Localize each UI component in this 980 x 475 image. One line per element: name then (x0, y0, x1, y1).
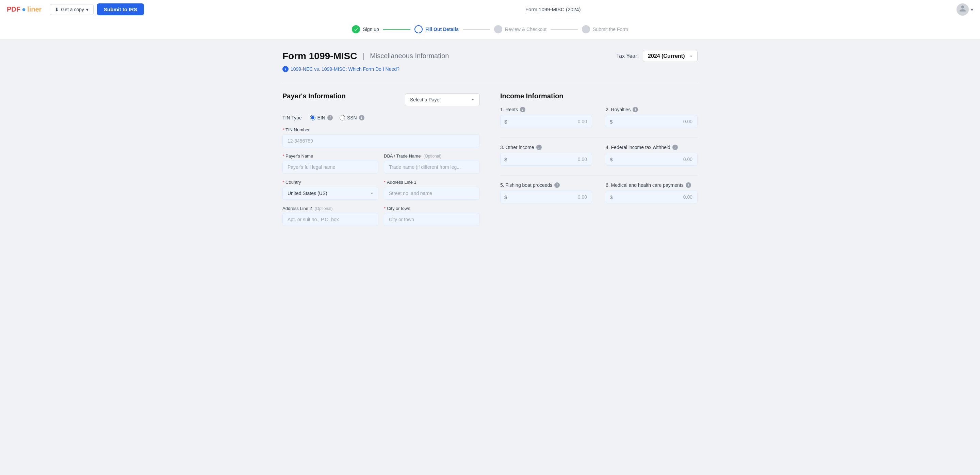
income-field-royalties: 2. Royalties i $ (606, 107, 698, 128)
payer-name-field: * Payer's Name (282, 154, 379, 173)
tin-type-row: TIN Type EIN i SSN i (282, 115, 480, 121)
royalties-input[interactable] (606, 115, 698, 128)
tax-year-group: Tax Year: 2024 (Current) 2023 2022 (616, 50, 698, 62)
income-grid-3: 5. Fishing boat proceeds i $ 6. Medical … (500, 183, 698, 210)
payer-select[interactable]: Select a Payer (405, 93, 480, 106)
form-header: Form 1099-MISC | Miscellaneous Informati… (282, 50, 698, 62)
step-signup-label: Sign up (363, 27, 379, 32)
avatar-icon (959, 5, 966, 14)
chevron-down-icon: ▾ (971, 7, 973, 12)
address1-input[interactable] (384, 187, 480, 200)
income-field-other: 3. Other income i $ (500, 145, 592, 166)
header-form-title: Form 1099-MISC (2024) (150, 6, 956, 12)
form-title: Form 1099-MISC (282, 51, 357, 62)
income-section: Income Information 1. Rents i $ 2. Royal… (500, 92, 698, 232)
tin-radio-group: EIN i SSN i (310, 115, 364, 121)
form-divider-line (282, 82, 698, 82)
fishing-info-icon[interactable]: i (554, 183, 560, 188)
tax-year-select[interactable]: 2024 (Current) 2023 2022 (643, 50, 698, 62)
income-field-fishing: 5. Fishing boat proceeds i $ (500, 183, 592, 203)
step-fill-label: Fill Out Details (425, 27, 459, 32)
ssn-radio-item[interactable]: SSN i (340, 115, 364, 121)
medical-info-icon[interactable]: i (686, 183, 691, 188)
step-submit-circle (582, 25, 590, 33)
header: PDF ● liner ⬇ Get a copy ▾ Submit to IRS… (0, 0, 980, 19)
step-line-3 (550, 29, 578, 30)
income-grid-2: 3. Other income i $ 4. Federal income ta… (500, 145, 698, 173)
download-icon: ⬇ (55, 7, 59, 12)
step-fill: Fill Out Details (414, 25, 459, 33)
logo-liner: liner (27, 5, 41, 13)
main-content: Form 1099-MISC | Miscellaneous Informati… (269, 40, 711, 253)
ssn-label: SSN (347, 115, 357, 121)
ssn-radio[interactable] (340, 115, 345, 121)
ssn-info-icon[interactable]: i (359, 115, 364, 121)
tin-type-label: TIN Type (282, 115, 302, 121)
ein-info-icon[interactable]: i (327, 115, 333, 121)
payer-section-title: Payer's Information (282, 92, 346, 100)
help-link-text: 1099-NEC vs. 1099-MISC: Which Form Do I … (291, 66, 399, 72)
form-title-group: Form 1099-MISC | Miscellaneous Informati… (282, 51, 449, 62)
payer-name-input[interactable] (282, 160, 379, 173)
income-field-federal: 4. Federal income tax withheld i $ (606, 145, 698, 166)
chevron-down-icon: ▾ (86, 7, 89, 12)
name-dba-row: * Payer's Name DBA / Trade Name (Optiona… (282, 154, 480, 180)
tin-number-input[interactable] (282, 134, 480, 147)
address2-input[interactable] (282, 213, 379, 226)
dba-input[interactable] (384, 160, 480, 173)
payer-select-row: Payer's Information Select a Payer (282, 92, 480, 107)
rents-info-icon[interactable]: i (520, 107, 525, 112)
income-field-rents: 1. Rents i $ (500, 107, 592, 128)
country-field: * Country United States (US) (282, 180, 379, 200)
royalties-info-icon[interactable]: i (633, 107, 638, 112)
medical-input[interactable] (606, 191, 698, 203)
step-fill-circle (414, 25, 423, 33)
help-link[interactable]: i 1099-NEC vs. 1099-MISC: Which Form Do … (282, 66, 698, 72)
federal-info-icon[interactable]: i (672, 145, 678, 150)
address1-field: * Address Line 1 (384, 180, 480, 200)
step-signup-circle (352, 25, 360, 33)
income-divider-2 (500, 175, 698, 176)
other-income-input[interactable] (500, 153, 592, 166)
country-address1-row: * Country United States (US) * Address L… (282, 180, 480, 206)
step-submit-label: Submit the Form (593, 27, 628, 32)
get-copy-label: Get a copy (61, 7, 84, 12)
tax-year-label: Tax Year: (616, 53, 639, 59)
step-line-1 (383, 29, 410, 30)
ein-radio[interactable] (310, 115, 315, 121)
income-grid-1: 1. Rents i $ 2. Royalties i $ (500, 107, 698, 135)
form-subtitle: Miscellaneous Information (370, 52, 449, 60)
country-select[interactable]: United States (US) (282, 187, 379, 200)
other-income-info-icon[interactable]: i (536, 145, 542, 150)
federal-input[interactable] (606, 153, 698, 166)
address2-field: Address Line 2 (Optional) (282, 206, 379, 226)
help-icon: i (282, 66, 288, 72)
form-columns: Payer's Information Select a Payer TIN T… (282, 92, 698, 232)
step-line-2 (463, 29, 490, 30)
get-copy-button[interactable]: ⬇ Get a copy ▾ (50, 4, 94, 15)
address2-city-row: Address Line 2 (Optional) * City or town (282, 206, 480, 232)
avatar[interactable] (956, 3, 969, 16)
income-section-title: Income Information (500, 92, 698, 100)
rents-input[interactable] (500, 115, 592, 128)
city-input[interactable] (384, 213, 480, 226)
submit-irs-button[interactable]: Submit to IRS (97, 3, 144, 15)
progress-bar: Sign up Fill Out Details Review & Checko… (0, 19, 980, 40)
logo-dot: ● (22, 5, 26, 13)
fishing-input[interactable] (500, 191, 592, 203)
step-submit: Submit the Form (582, 25, 628, 33)
form-divider-pipe: | (363, 52, 364, 60)
logo: PDF ● liner (7, 5, 41, 13)
logo-pdf: PDF (7, 5, 21, 13)
income-divider-1 (500, 137, 698, 138)
income-field-medical: 6. Medical and health care payments i $ (606, 183, 698, 203)
tin-number-label: * TIN Number (282, 127, 480, 132)
ein-label: EIN (318, 115, 325, 121)
dba-field: DBA / Trade Name (Optional) (384, 154, 480, 173)
city-field: * City or town (384, 206, 480, 226)
tin-number-field: * TIN Number (282, 127, 480, 147)
step-review-label: Review & Checkout (505, 27, 546, 32)
avatar-wrapper[interactable]: ▾ (956, 3, 973, 16)
ein-radio-item[interactable]: EIN i (310, 115, 333, 121)
step-signup: Sign up (352, 25, 379, 33)
